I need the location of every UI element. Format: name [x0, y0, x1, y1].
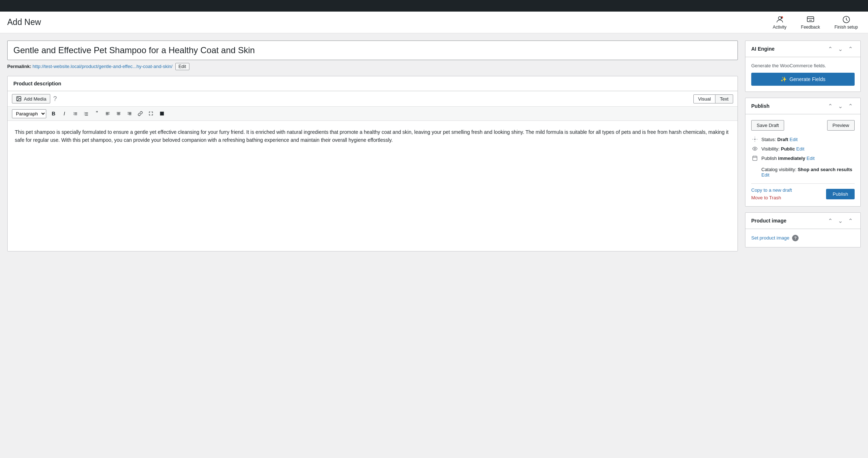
finish-setup-button[interactable]: Finish setup [831, 14, 861, 31]
page-header: Add New 1 Activity Feedback Fini [0, 12, 868, 33]
add-media-button[interactable]: Add Media [12, 94, 50, 103]
activity-label: Activity [773, 25, 787, 30]
status-row: Status: Draft Edit [751, 136, 855, 142]
save-draft-button[interactable]: Save Draft [751, 120, 784, 131]
visibility-icon [751, 146, 758, 152]
publish-btn-row: Save Draft Preview [751, 120, 855, 131]
permalink-url[interactable]: http://test-website.local/product/gentle… [33, 64, 172, 69]
publish-value: immediately [778, 156, 805, 161]
publish-panel-title: Publish [751, 103, 770, 109]
publish-panel: Publish ⌃ ⌄ ⌃ Save Draft Preview [745, 98, 861, 207]
preview-button[interactable]: Preview [827, 120, 855, 131]
admin-bar [0, 0, 868, 12]
product-image-help-icon[interactable]: ? [792, 235, 799, 241]
generate-fields-label: Generate Fields [790, 76, 826, 82]
catalog-edit-link[interactable]: Edit [761, 172, 769, 178]
ai-engine-panel-header: AI Engine ⌃ ⌄ ⌃ [745, 41, 860, 57]
publish-collapse-up[interactable]: ⌃ [826, 102, 834, 110]
catalog-value: Shop and search results [798, 167, 852, 172]
ai-engine-collapse-down[interactable]: ⌄ [836, 44, 845, 53]
visibility-row: Visibility: Public Edit [751, 146, 855, 152]
table-button[interactable] [157, 109, 167, 118]
publish-panel-body: Save Draft Preview Status: [745, 114, 860, 206]
catalog-visibility-row: Catalog visibility: Shop and search resu… [751, 167, 855, 178]
main-layout: Permalink: http://test-website.local/pro… [0, 33, 868, 458]
svg-rect-3 [807, 17, 814, 22]
publish-label: Publish [761, 156, 777, 161]
product-image-close[interactable]: ⌃ [846, 216, 855, 225]
post-title-input[interactable] [7, 41, 738, 60]
product-image-collapse-up[interactable]: ⌃ [826, 216, 834, 225]
activity-button[interactable]: 1 Activity [770, 14, 790, 31]
move-to-trash-link[interactable]: Move to Trash [751, 195, 792, 200]
catalog-label: Catalog visibility: [761, 167, 796, 172]
content-area: Permalink: http://test-website.local/pro… [7, 41, 738, 451]
publish-collapse-down[interactable]: ⌄ [836, 102, 845, 110]
publish-meta: Status: Draft Edit Visibil [751, 136, 855, 161]
publish-button[interactable]: Publish [826, 189, 855, 199]
visibility-text: Visibility: Public Edit [761, 146, 804, 152]
description-panel: Product description Add Media ? [7, 76, 738, 251]
publish-close[interactable]: ⌃ [846, 102, 855, 110]
svg-point-8 [18, 98, 18, 98]
publish-panel-header: Publish ⌃ ⌄ ⌃ [745, 98, 860, 114]
description-panel-header: Product description [8, 76, 737, 91]
page-title: Add New [7, 17, 41, 27]
ai-generate-description: Generate the WooCommerce fields. [751, 63, 855, 68]
ordered-list-button[interactable] [81, 109, 91, 118]
generate-fields-button[interactable]: ✨ Generate Fields [751, 73, 855, 86]
product-image-panel: Product image ⌃ ⌄ ⌃ Set product image ? [745, 212, 861, 247]
help-icon[interactable]: ? [53, 95, 57, 103]
paragraph-select[interactable]: Paragraph [12, 109, 46, 118]
product-image-panel-header: Product image ⌃ ⌄ ⌃ [745, 213, 860, 229]
sidebar: AI Engine ⌃ ⌄ ⌃ Generate the WooCommerce… [745, 41, 861, 451]
product-image-controls: ⌃ ⌄ ⌃ [826, 216, 855, 225]
unordered-list-button[interactable] [70, 109, 80, 118]
svg-rect-11 [753, 156, 757, 161]
visibility-label: Visibility: [761, 146, 779, 152]
publish-actions-left: Copy to a new draft Move to Trash [751, 187, 792, 200]
ai-engine-collapse-up[interactable]: ⌃ [826, 44, 834, 53]
visibility-edit-link[interactable]: Edit [796, 146, 804, 152]
svg-point-9 [754, 139, 756, 140]
add-media-icon [16, 96, 22, 102]
svg-point-10 [754, 148, 756, 149]
status-icon [751, 136, 758, 142]
italic-button[interactable]: I [59, 109, 69, 118]
ai-engine-close[interactable]: ⌃ [846, 44, 855, 53]
status-label: Status: [761, 137, 776, 142]
permalink-edit-button[interactable]: Edit [175, 63, 189, 70]
editor-content[interactable]: This pet shampoo is specially formulated… [8, 121, 737, 251]
add-media-label: Add Media [24, 96, 46, 102]
visual-tab[interactable]: Visual [693, 94, 715, 103]
svg-text:1: 1 [781, 17, 782, 19]
bold-button[interactable]: B [48, 109, 59, 118]
text-tab[interactable]: Text [715, 94, 733, 103]
permalink-label: Permalink: [7, 64, 31, 69]
link-button[interactable] [135, 109, 145, 118]
format-toolbar: Paragraph B I " [8, 107, 737, 121]
product-image-collapse-down[interactable]: ⌄ [836, 216, 845, 225]
align-center-button[interactable] [114, 109, 124, 118]
fullwidth-button[interactable] [146, 109, 156, 118]
view-tabs: Visual Text [693, 94, 733, 103]
align-right-button[interactable] [124, 109, 134, 118]
blockquote-button[interactable]: " [92, 109, 102, 118]
publish-time-edit-link[interactable]: Edit [807, 156, 814, 161]
status-edit-link[interactable]: Edit [790, 137, 798, 142]
publish-panel-controls: ⌃ ⌄ ⌃ [826, 102, 855, 110]
feedback-button[interactable]: Feedback [798, 14, 823, 31]
sparkle-icon: ✨ [781, 76, 787, 82]
publish-time-row: Publish immediately Edit [751, 155, 855, 161]
permalink-row: Permalink: http://test-website.local/pro… [7, 63, 738, 70]
ai-engine-title: AI Engine [751, 46, 775, 52]
align-left-button[interactable] [103, 109, 113, 118]
product-image-title: Product image [751, 218, 786, 224]
description-heading: Product description [13, 81, 61, 86]
set-product-image-link[interactable]: Set product image [751, 235, 790, 241]
copy-to-draft-link[interactable]: Copy to a new draft [751, 187, 792, 193]
calendar-icon [751, 155, 758, 161]
feedback-label: Feedback [801, 25, 820, 30]
publish-actions: Copy to a new draft Move to Trash Publis… [751, 183, 855, 200]
publish-time-text: Publish immediately Edit [761, 156, 814, 161]
